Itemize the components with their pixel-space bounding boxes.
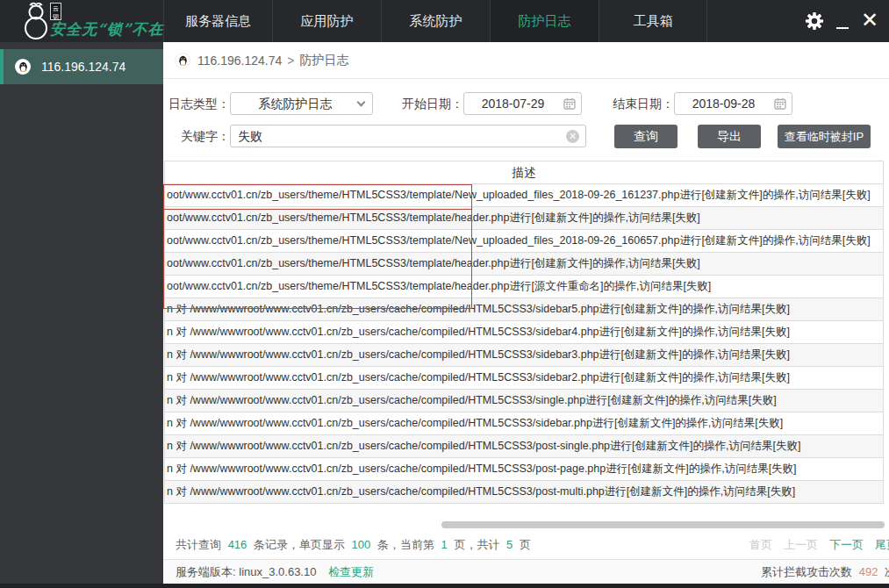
settings-gear-icon[interactable] [805,11,824,31]
pagination-text: 条记录，单页显示 [254,538,345,551]
log-row[interactable]: oot/www.cctv01.cn/zb_users/theme/HTML5CS… [164,183,884,207]
sidebar-server-ip: 116.196.124.74 [41,60,125,74]
pagination-links: 首页 上一页 下一页 尾页 [749,534,889,556]
attack-counter: 累计拦截攻击次数 492 次 [761,560,889,584]
server-version: 服务端版本: linux_3.0.63.10 检查更新 [176,560,374,584]
log-row[interactable]: n 对 /www/wwwroot/www.cctv01.cn/zb_users/… [164,389,884,412]
server-sidebar: 116.196.124.74 [0,42,163,584]
export-button[interactable]: 导出 [698,125,761,148]
pagination-text: 页 [520,538,531,551]
log-type-value: 系统防护日志 [259,97,333,111]
log-row[interactable]: oot/www.cctv01.cn/zb_users/theme/HTML5CS… [164,252,884,276]
pagination-total-pages: 5 [506,538,513,551]
breadcrumb: 116.196.124.74 > 防护日志 [163,42,889,79]
start-date-label: 开始日期： [398,92,463,115]
log-table-header: 描述 [164,161,884,184]
status-bar: 服务端版本: linux_3.0.63.10 检查更新 累计拦截攻击次数 492… [163,559,889,584]
log-row[interactable]: n 对 /www/wwwroot/www.cctv01.cn/zb_users/… [164,457,884,481]
log-row[interactable]: n 对 /www/wwwroot/www.cctv01.cn/zb_users/… [164,412,884,435]
yunsuo-badge: 云锁 [50,3,61,20]
check-update-link[interactable]: 检查更新 [328,565,374,578]
log-row[interactable]: n 对 /www/wwwroot/www.cctv01.cn/zb_users/… [164,343,884,367]
tab-toolbox[interactable]: 工具箱 [599,0,707,42]
prev-page-link[interactable]: 上一页 [784,534,818,556]
minimize-button[interactable] [836,27,849,29]
log-table: 描述 oot/www.cctv01.cn/zb_users/theme/HTML… [164,161,884,504]
log-row[interactable]: n 对 /www/wwwroot/www.cctv01.cn/zb_users/… [164,366,884,390]
last-page-link[interactable]: 尾页 [875,534,889,556]
log-row[interactable]: n 对 /www/wwwroot/www.cctv01.cn/zb_users/… [164,480,884,504]
log-type-select[interactable]: 系统防护日志 [230,92,373,115]
horizontal-scrollbar-thumb[interactable] [441,521,885,528]
pagination-text: 共计查询 [176,538,221,551]
version-value: linux_3.0.63.10 [239,565,316,578]
first-page-link[interactable]: 首页 [749,534,772,556]
main-nav: 服务器信息 应用防护 系统防护 防护日志 工具箱 [163,0,707,42]
log-row[interactable]: n 对 /www/wwwroot/www.cctv01.cn/zb_users/… [164,320,884,344]
tab-server-info[interactable]: 服务器信息 [163,0,272,42]
log-table-body: oot/www.cctv01.cn/zb_users/theme/HTML5CS… [164,183,884,504]
view-blocked-ip-button[interactable]: 查看临时被封IP [778,125,871,148]
attack-unit: 次 [885,565,889,578]
window-bottom-edge [0,584,889,588]
linux-penguin-icon [175,53,190,68]
breadcrumb-page: 防护日志 [299,53,348,68]
log-row[interactable]: oot/www.cctv01.cn/zb_users/theme/HTML5CS… [164,229,884,253]
pagination-current-page: 1 [441,538,448,551]
gourd-logo-icon [21,1,53,41]
breadcrumb-ip[interactable]: 116.196.124.74 [197,54,282,68]
clear-input-icon[interactable]: ✕ [566,130,579,143]
linux-penguin-icon [15,59,31,75]
calendar-icon[interactable] [774,97,786,110]
pagination: 共计查询 416 条记录，单页显示 100 条，当前第 1 页，共计 5 页 首… [163,534,889,556]
pagination-text: 页，共计 [454,538,499,551]
start-date-value: 2018-07-29 [482,97,545,111]
start-date-input[interactable]: 2018-07-29 [463,92,582,115]
pagination-per-page: 100 [352,538,371,551]
log-row[interactable]: n 对 /www/wwwroot/www.cctv01.cn/zb_users/… [164,434,884,458]
brand-slogan: 安全无“锁”不在 [50,19,164,39]
tab-system-protection[interactable]: 系统防护 [381,0,490,42]
breadcrumb-separator: > [287,54,294,68]
next-page-link[interactable]: 下一页 [829,534,864,556]
log-row[interactable]: oot/www.cctv01.cn/zb_users/theme/HTML5CS… [164,206,884,230]
close-button[interactable]: ✕ [861,7,878,33]
version-label: 服务端版本: [176,565,236,578]
attack-label: 累计拦截攻击次数 [761,565,852,578]
end-date-input[interactable]: 2018-09-28 [674,92,792,115]
tab-app-protection[interactable]: 应用防护 [272,0,381,42]
log-type-label: 日志类型： [168,92,230,115]
chevron-down-icon [357,98,366,107]
keyword-label: 关键字： [168,125,230,147]
log-row[interactable]: oot/www.cctv01.cn/zb_users/theme/HTML5CS… [164,275,884,298]
keyword-input[interactable] [231,126,585,147]
sidebar-item-server[interactable]: 116.196.124.74 [0,49,163,84]
end-date-label: 结束日期： [609,92,674,115]
main-content: 116.196.124.74 > 防护日志 日志类型： 系统防护日志 开始日期：… [163,42,889,559]
log-row[interactable]: n 对 /www/wwwroot/www.cctv01.cn/zb_users/… [164,298,884,321]
calendar-icon[interactable] [563,97,576,110]
attack-count: 492 [859,565,878,578]
pagination-total-records: 416 [228,538,247,551]
end-date-value: 2018-09-28 [692,97,756,111]
query-button[interactable]: 查询 [614,125,678,148]
pagination-summary: 共计查询 416 条记录，单页显示 100 条，当前第 1 页，共计 5 页 [176,534,531,556]
pagination-text: 条，当前第 [377,538,434,551]
tab-protection-log[interactable]: 防护日志 [490,0,599,42]
keyword-field-wrap: ✕ [230,125,586,147]
titlebar: 云锁 安全无“锁”不在 服务器信息 应用防护 系统防护 防护日志 工具箱 ✕ [0,0,889,42]
